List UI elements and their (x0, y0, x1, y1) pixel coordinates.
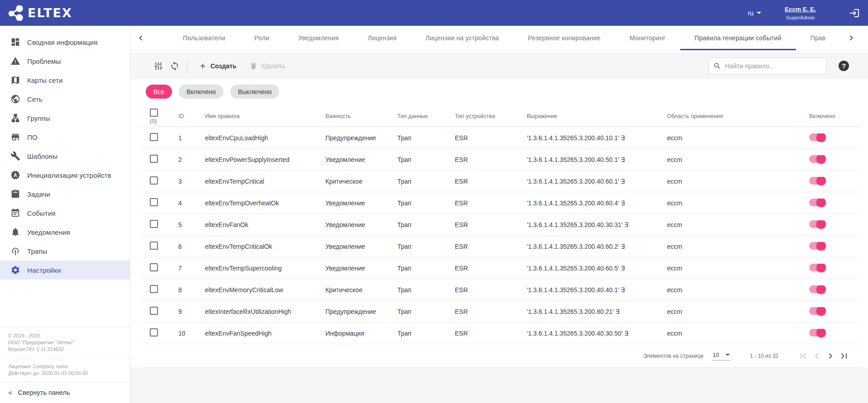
tab-notifications[interactable]: Уведомления (284, 26, 353, 50)
last-page-button[interactable] (837, 349, 851, 363)
table-row[interactable]: 4 eltexEnvTempOverheatOk Уведомление Тра… (141, 192, 863, 214)
sidebar-item-events[interactable]: События (0, 204, 130, 223)
sidebar-nav: Сводная информация Проблемы Карты сети С… (0, 26, 130, 280)
sidebar-item-notifications[interactable]: Уведомления (0, 223, 130, 242)
trash-icon (249, 62, 258, 70)
header-id: ID (178, 113, 205, 119)
table-header-row: (0) ID Имя правила Важность Тип данных Т… (141, 106, 863, 127)
enabled-toggle[interactable] (809, 307, 825, 315)
sidebar-item-settings[interactable]: Настройки (0, 261, 130, 280)
sidebar-item-software[interactable]: ПО (0, 128, 130, 147)
cell-device-type: ESR (455, 178, 527, 185)
enabled-toggle[interactable] (809, 242, 825, 250)
row-checkbox[interactable] (150, 198, 158, 206)
sidebar-item-network[interactable]: Сеть (0, 90, 130, 109)
refresh-icon[interactable] (167, 58, 183, 74)
delete-button[interactable]: Удалить (243, 58, 291, 74)
row-checkbox[interactable] (150, 328, 158, 337)
pagination-bar: Элементов на странице 10 1 - 10 из 32 (141, 344, 863, 368)
header-scope: Область применения (667, 113, 809, 119)
filter-chip-all[interactable]: Все (146, 85, 172, 99)
enabled-toggle[interactable] (809, 264, 825, 271)
row-checkbox[interactable] (150, 263, 158, 271)
table-row[interactable]: 10 eltexEnvFanSpeedHigh Информация Трап … (141, 322, 863, 344)
sidebar-item-summary[interactable]: Сводная информация (0, 33, 130, 52)
sidebar-item-templates[interactable]: Шаблоны (0, 147, 130, 166)
cell-scope: eccm (667, 265, 809, 272)
next-page-button[interactable] (824, 349, 837, 363)
sidebar-item-network-maps[interactable]: Карты сети (0, 71, 130, 90)
sidebar-item-tasks[interactable]: Задачи (0, 185, 130, 204)
user-name-link[interactable]: Eccm E. E. (785, 6, 816, 13)
logout-icon[interactable] (849, 8, 860, 20)
tab-next-truncated[interactable]: Прав (796, 26, 840, 50)
table-row[interactable]: 5 eltexEnvFanOk Уведомление Трап ESR '1.… (141, 214, 863, 236)
sidebar-item-device-init[interactable]: A Инициализация устройств (0, 166, 130, 185)
enabled-toggle[interactable] (809, 199, 825, 206)
language-selector[interactable]: ru (748, 9, 761, 17)
tab-event-generation-rules[interactable]: Правила генерации событий (680, 26, 796, 50)
toggle-knob (816, 177, 826, 185)
table-row[interactable]: 7 eltexEnvTempSupercooling Уведомление Т… (141, 257, 863, 279)
search-input[interactable] (725, 62, 822, 70)
sidebar-item-problems[interactable]: Проблемы (0, 52, 130, 71)
tab-device-licenses[interactable]: Лицензии на устройства (411, 26, 513, 50)
first-page-button[interactable] (796, 349, 810, 363)
row-checkbox[interactable] (150, 220, 158, 228)
table-row[interactable]: 9 eltexInterfaceRxUtilizationHigh Предуп… (141, 301, 863, 322)
collapse-panel-button[interactable]: « Свернуть панель (0, 382, 130, 403)
dashboard-icon (10, 37, 21, 47)
select-all-checkbox[interactable] (150, 109, 158, 117)
row-checkbox[interactable] (150, 242, 158, 250)
row-checkbox[interactable] (150, 285, 158, 293)
cell-device-type: ESR (455, 308, 527, 315)
row-checkbox[interactable] (150, 176, 158, 185)
sidebar-item-traps[interactable]: Трапы (0, 242, 130, 261)
row-checkbox[interactable] (150, 307, 158, 315)
table-row[interactable]: 1 eltexEnvCpuLoadHigh Предупреждение Тра… (141, 127, 863, 149)
store-icon (10, 132, 21, 142)
row-checkbox[interactable] (150, 133, 158, 141)
cell-enabled (809, 155, 863, 164)
tabs-scroll-left-button[interactable] (130, 26, 151, 50)
create-button[interactable]: Создать (192, 58, 243, 74)
tab-license[interactable]: Лицензия (353, 26, 411, 50)
sidebar-item-groups[interactable]: Группы (0, 109, 130, 128)
sidebar-item-label: Инициализация устройств (27, 171, 111, 179)
chevron-down-icon (725, 354, 730, 356)
row-checkbox[interactable] (150, 155, 158, 163)
tab-monitoring[interactable]: Мониторинг (615, 26, 680, 50)
enabled-toggle[interactable] (809, 133, 825, 141)
items-per-page-select[interactable]: 10 (712, 351, 731, 360)
sidebar-item-label: Карты сети (27, 76, 63, 84)
podcast-icon (10, 246, 21, 256)
filter-chip-enabled[interactable]: Включено (179, 85, 224, 99)
create-button-label: Создать (210, 62, 237, 70)
filter-columns-icon[interactable] (150, 58, 167, 74)
enabled-toggle[interactable] (809, 155, 825, 163)
table-row[interactable]: 6 eltexEnvTempCriticalOk Уведомление Тра… (141, 236, 863, 257)
filter-chip-disabled[interactable]: Выключено (230, 85, 280, 99)
delete-button-label: Удалить (261, 62, 285, 70)
table-row[interactable]: 8 eltexEnvMemoryCriticalLow Критическое … (141, 279, 863, 301)
tabs-scroll-right-button[interactable] (841, 26, 862, 50)
cell-scope: eccm (667, 178, 809, 185)
previous-page-button[interactable] (810, 349, 824, 363)
cell-severity: Предупреждение (325, 308, 397, 315)
header-checkbox-cell: (0) (141, 109, 178, 124)
cell-enabled (809, 133, 863, 142)
help-icon[interactable]: ? (839, 61, 849, 71)
tab-users[interactable]: Пользователи (168, 26, 240, 50)
warning-icon (10, 56, 21, 66)
enabled-toggle[interactable] (809, 177, 825, 185)
cell-scope: eccm (667, 286, 809, 294)
enabled-toggle[interactable] (809, 220, 825, 228)
enabled-toggle[interactable] (809, 329, 825, 337)
tab-roles[interactable]: Роли (240, 26, 284, 50)
table-row[interactable]: 2 eltexEnvPowerSupplyInserted Уведомлени… (141, 149, 863, 171)
enabled-toggle[interactable] (809, 285, 825, 293)
cell-expression: '1.3.6.1.4.1.35265.3.200.40.40.1' ∃ (527, 286, 667, 294)
bell-icon (10, 227, 21, 237)
table-row[interactable]: 3 eltexEnvTempCritical Критическое Трап … (141, 171, 863, 192)
tab-backup[interactable]: Резервное копирование (514, 26, 615, 50)
